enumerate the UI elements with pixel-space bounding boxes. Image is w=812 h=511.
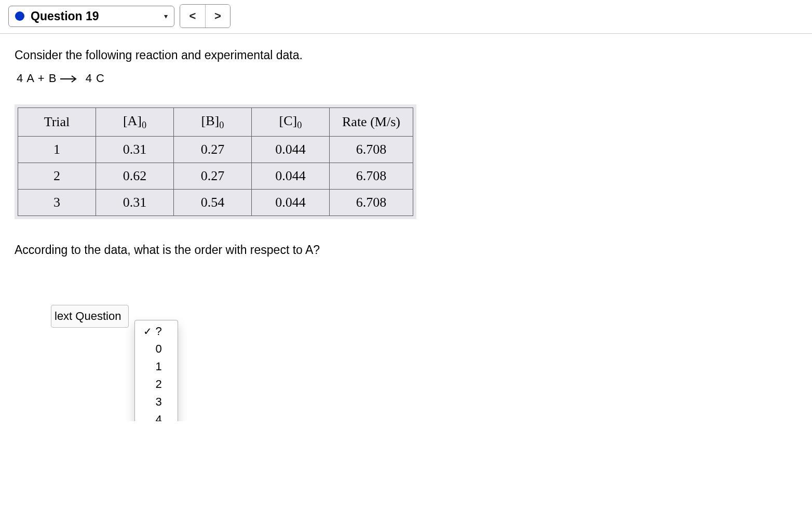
answer-listbox: ✓ ? 0 1 2 3 4 5 xyxy=(134,320,178,421)
question-selector-label: Question 19 xyxy=(31,9,99,23)
answer-option[interactable]: 1 xyxy=(135,358,178,375)
col-a: [A]0 xyxy=(96,108,174,137)
answer-option[interactable]: 2 xyxy=(135,375,178,393)
table-header-row: Trial [A]0 [B]0 [C]0 Rate (M/s) xyxy=(18,108,413,137)
equation-rhs: 4 C xyxy=(86,72,105,85)
chevron-down-icon: ▾ xyxy=(164,12,168,20)
col-c: [C]0 xyxy=(252,108,330,137)
intro-text: Consider the following reaction and expe… xyxy=(15,48,764,62)
top-toolbar: Question 19 ▾ < > xyxy=(0,0,812,34)
col-rate: Rate (M/s) xyxy=(330,108,413,137)
data-table: Trial [A]0 [B]0 [C]0 Rate (M/s) 1 0.31 0… xyxy=(18,107,413,216)
question-selector[interactable]: Question 19 ▾ xyxy=(8,6,174,27)
right-arrow-icon xyxy=(60,72,78,86)
next-question-label: lext Question xyxy=(55,310,121,322)
subquestion-text: According to the data, what is the order… xyxy=(15,243,764,257)
chevron-left-icon: < xyxy=(190,9,196,23)
answer-area: lext Question ✓ ? 0 1 2 3 4 5 xyxy=(15,265,764,400)
status-dot-icon xyxy=(15,11,24,21)
next-question-button[interactable]: lext Question xyxy=(51,305,129,328)
reaction-equation: 4 A + B 4 C xyxy=(17,72,764,86)
table-row: 2 0.62 0.27 0.044 6.708 xyxy=(18,163,413,190)
answer-option[interactable]: 3 xyxy=(135,393,178,411)
answer-option[interactable]: ✓ ? xyxy=(135,322,178,340)
next-question-arrow-button[interactable]: > xyxy=(205,5,230,28)
data-table-wrap: Trial [A]0 [B]0 [C]0 Rate (M/s) 1 0.31 0… xyxy=(15,104,416,219)
table-row: 1 0.31 0.27 0.044 6.708 xyxy=(18,137,413,163)
prev-question-button[interactable]: < xyxy=(180,5,205,28)
answer-option[interactable]: 0 xyxy=(135,340,178,358)
equation-lhs: 4 A + B xyxy=(17,72,57,85)
question-nav-group: < > xyxy=(180,4,231,28)
table-row: 3 0.31 0.54 0.044 6.708 xyxy=(18,190,413,216)
col-trial: Trial xyxy=(18,108,96,137)
col-b: [B]0 xyxy=(174,108,252,137)
chevron-right-icon: > xyxy=(214,9,221,23)
answer-option[interactable]: 4 xyxy=(135,411,178,421)
check-icon: ✓ xyxy=(143,325,153,338)
question-content: Consider the following reaction and expe… xyxy=(0,34,779,421)
